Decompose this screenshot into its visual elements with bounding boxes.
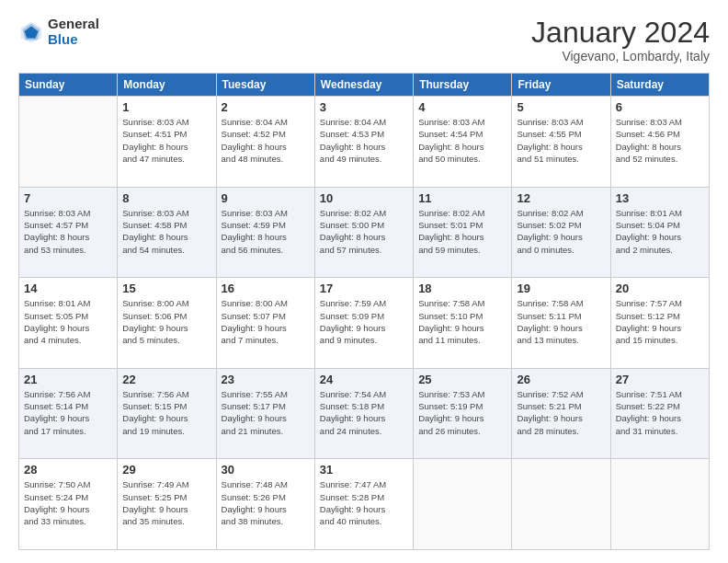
- day-number: 10: [320, 191, 408, 205]
- calendar-cell: 22Sunrise: 7:56 AMSunset: 5:15 PMDayligh…: [118, 368, 216, 459]
- header-thursday: Thursday: [414, 74, 512, 97]
- day-info: Sunrise: 8:00 AMSunset: 5:06 PMDaylight:…: [122, 297, 210, 346]
- day-info: Sunrise: 8:03 AMSunset: 4:54 PMDaylight:…: [418, 116, 506, 165]
- day-number: 15: [122, 282, 210, 295]
- calendar-cell: 28Sunrise: 7:50 AMSunset: 5:24 PMDayligh…: [19, 459, 118, 550]
- day-info: Sunrise: 7:59 AMSunset: 5:09 PMDaylight:…: [320, 297, 408, 346]
- title-section: January 2024 Vigevano, Lombardy, Italy: [531, 17, 710, 63]
- calendar-cell: 31Sunrise: 7:47 AMSunset: 5:28 PMDayligh…: [314, 459, 413, 550]
- header-saturday: Saturday: [610, 74, 709, 97]
- header-wednesday: Wednesday: [314, 74, 413, 97]
- day-number: 19: [517, 282, 605, 295]
- header: General Blue January 2024 Vigevano, Lomb…: [18, 17, 710, 63]
- calendar-week-row: 7Sunrise: 8:03 AMSunset: 4:57 PMDaylight…: [19, 187, 710, 278]
- day-number: 9: [222, 191, 310, 205]
- calendar-page: General Blue January 2024 Vigevano, Lomb…: [0, 0, 728, 563]
- calendar-cell: 20Sunrise: 7:57 AMSunset: 5:12 PMDayligh…: [610, 278, 709, 369]
- logo-text: General Blue: [48, 17, 99, 47]
- calendar-week-row: 28Sunrise: 7:50 AMSunset: 5:24 PMDayligh…: [19, 459, 710, 550]
- header-tuesday: Tuesday: [216, 74, 314, 97]
- day-info: Sunrise: 8:04 AMSunset: 4:52 PMDaylight:…: [222, 116, 310, 165]
- day-info: Sunrise: 8:03 AMSunset: 4:55 PMDaylight:…: [517, 116, 605, 165]
- day-number: 11: [418, 191, 506, 205]
- day-info: Sunrise: 8:01 AMSunset: 5:05 PMDaylight:…: [24, 297, 112, 346]
- day-number: 22: [122, 373, 210, 386]
- day-info: Sunrise: 8:04 AMSunset: 4:53 PMDaylight:…: [320, 116, 408, 165]
- day-info: Sunrise: 8:01 AMSunset: 5:04 PMDaylight:…: [616, 207, 704, 256]
- calendar-cell: 7Sunrise: 8:03 AMSunset: 4:57 PMDaylight…: [19, 187, 118, 278]
- location: Vigevano, Lombardy, Italy: [531, 49, 710, 63]
- logo-blue-text: Blue: [48, 32, 99, 48]
- day-number: 25: [418, 373, 506, 386]
- day-info: Sunrise: 8:02 AMSunset: 5:00 PMDaylight:…: [320, 207, 408, 256]
- day-info: Sunrise: 8:03 AMSunset: 4:59 PMDaylight:…: [222, 207, 310, 256]
- day-info: Sunrise: 7:50 AMSunset: 5:24 PMDaylight:…: [24, 478, 112, 527]
- day-number: 21: [24, 373, 112, 386]
- calendar-cell: 24Sunrise: 7:54 AMSunset: 5:18 PMDayligh…: [314, 368, 413, 459]
- calendar-cell: 10Sunrise: 8:02 AMSunset: 5:00 PMDayligh…: [314, 187, 413, 278]
- day-info: Sunrise: 8:02 AMSunset: 5:02 PMDaylight:…: [517, 207, 605, 256]
- calendar-cell: 11Sunrise: 8:02 AMSunset: 5:01 PMDayligh…: [414, 187, 512, 278]
- logo-general-text: General: [48, 17, 99, 32]
- calendar-cell: 27Sunrise: 7:51 AMSunset: 5:22 PMDayligh…: [610, 368, 709, 459]
- day-info: Sunrise: 7:54 AMSunset: 5:18 PMDaylight:…: [320, 388, 408, 437]
- day-info: Sunrise: 7:56 AMSunset: 5:15 PMDaylight:…: [122, 388, 210, 437]
- day-number: 28: [24, 463, 112, 477]
- calendar-cell: [414, 459, 512, 550]
- day-info: Sunrise: 7:57 AMSunset: 5:12 PMDaylight:…: [616, 297, 704, 346]
- calendar-cell: 26Sunrise: 7:52 AMSunset: 5:21 PMDayligh…: [512, 368, 610, 459]
- calendar-cell: 19Sunrise: 7:58 AMSunset: 5:11 PMDayligh…: [512, 278, 610, 369]
- day-info: Sunrise: 7:53 AMSunset: 5:19 PMDaylight:…: [418, 388, 506, 437]
- day-number: 5: [517, 100, 605, 114]
- calendar-cell: 25Sunrise: 7:53 AMSunset: 5:19 PMDayligh…: [414, 368, 512, 459]
- day-info: Sunrise: 8:03 AMSunset: 4:51 PMDaylight:…: [122, 116, 210, 165]
- day-info: Sunrise: 7:47 AMSunset: 5:28 PMDaylight:…: [320, 478, 408, 527]
- day-info: Sunrise: 8:03 AMSunset: 4:57 PMDaylight:…: [24, 207, 112, 256]
- calendar-cell: 4Sunrise: 8:03 AMSunset: 4:54 PMDaylight…: [414, 97, 512, 188]
- month-title: January 2024: [531, 17, 710, 49]
- calendar-cell: 1Sunrise: 8:03 AMSunset: 4:51 PMDaylight…: [118, 97, 216, 188]
- calendar-week-row: 21Sunrise: 7:56 AMSunset: 5:14 PMDayligh…: [19, 368, 710, 459]
- day-number: 2: [222, 100, 310, 114]
- day-number: 14: [24, 282, 112, 295]
- calendar-cell: 3Sunrise: 8:04 AMSunset: 4:53 PMDaylight…: [314, 97, 413, 188]
- logo: General Blue: [18, 17, 99, 47]
- day-number: 1: [122, 100, 210, 114]
- calendar-cell: 30Sunrise: 7:48 AMSunset: 5:26 PMDayligh…: [216, 459, 314, 550]
- calendar-cell: 15Sunrise: 8:00 AMSunset: 5:06 PMDayligh…: [118, 278, 216, 369]
- day-number: 4: [418, 100, 506, 114]
- day-number: 31: [320, 463, 408, 477]
- day-number: 30: [222, 463, 310, 477]
- day-number: 20: [616, 282, 704, 295]
- day-info: Sunrise: 8:03 AMSunset: 4:56 PMDaylight:…: [616, 116, 704, 165]
- day-info: Sunrise: 7:49 AMSunset: 5:25 PMDaylight:…: [122, 478, 210, 527]
- day-number: 3: [320, 100, 408, 114]
- day-number: 8: [122, 191, 210, 205]
- calendar-week-row: 14Sunrise: 8:01 AMSunset: 5:05 PMDayligh…: [19, 278, 710, 369]
- calendar-cell: 13Sunrise: 8:01 AMSunset: 5:04 PMDayligh…: [610, 187, 709, 278]
- calendar-cell: 14Sunrise: 8:01 AMSunset: 5:05 PMDayligh…: [19, 278, 118, 369]
- day-number: 24: [320, 373, 408, 386]
- calendar-cell: [512, 459, 610, 550]
- calendar-cell: [610, 459, 709, 550]
- calendar-cell: 16Sunrise: 8:00 AMSunset: 5:07 PMDayligh…: [216, 278, 314, 369]
- day-number: 17: [320, 282, 408, 295]
- calendar-cell: 17Sunrise: 7:59 AMSunset: 5:09 PMDayligh…: [314, 278, 413, 369]
- day-number: 12: [517, 191, 605, 205]
- calendar-cell: 6Sunrise: 8:03 AMSunset: 4:56 PMDaylight…: [610, 97, 709, 188]
- header-sunday: Sunday: [19, 74, 118, 97]
- calendar-cell: 5Sunrise: 8:03 AMSunset: 4:55 PMDaylight…: [512, 97, 610, 188]
- day-number: 18: [418, 282, 506, 295]
- day-number: 7: [24, 191, 112, 205]
- day-number: 6: [616, 100, 704, 114]
- calendar-cell: 21Sunrise: 7:56 AMSunset: 5:14 PMDayligh…: [19, 368, 118, 459]
- calendar-week-row: 1Sunrise: 8:03 AMSunset: 4:51 PMDaylight…: [19, 97, 710, 188]
- calendar-cell: 23Sunrise: 7:55 AMSunset: 5:17 PMDayligh…: [216, 368, 314, 459]
- calendar-cell: 12Sunrise: 8:02 AMSunset: 5:02 PMDayligh…: [512, 187, 610, 278]
- day-info: Sunrise: 8:00 AMSunset: 5:07 PMDaylight:…: [222, 297, 310, 346]
- day-info: Sunrise: 7:48 AMSunset: 5:26 PMDaylight:…: [222, 478, 310, 527]
- day-number: 27: [616, 373, 704, 386]
- calendar-cell: 2Sunrise: 8:04 AMSunset: 4:52 PMDaylight…: [216, 97, 314, 188]
- calendar-table: Sunday Monday Tuesday Wednesday Thursday…: [18, 73, 710, 550]
- day-number: 26: [517, 373, 605, 386]
